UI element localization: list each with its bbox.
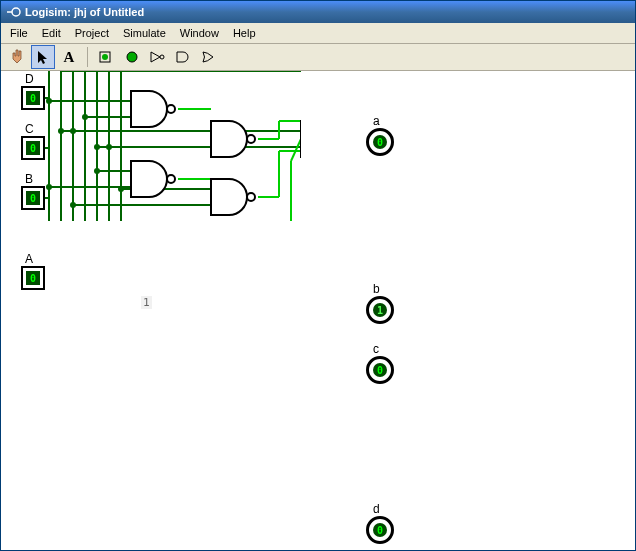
- svg-point-1: [102, 54, 108, 60]
- toolbar: A: [1, 44, 635, 71]
- not-gate-button[interactable]: [146, 45, 170, 69]
- output-pin-d[interactable]: 0: [366, 516, 394, 544]
- arrow-icon: [35, 49, 51, 65]
- svg-point-34: [58, 128, 64, 134]
- input-pin-icon: [98, 49, 114, 65]
- text-tool-button[interactable]: A: [57, 45, 81, 69]
- output-pin-c[interactable]: 0: [366, 356, 394, 384]
- input-label-B: B: [25, 172, 33, 186]
- or-gate-button[interactable]: [198, 45, 222, 69]
- output-pin-button[interactable]: [120, 45, 144, 69]
- canvas[interactable]: D0C0B0A0a0b1c0d01: [1, 71, 635, 550]
- svg-point-27: [46, 184, 52, 190]
- input-pin-value: 0: [26, 271, 40, 285]
- menu-file[interactable]: File: [3, 25, 35, 41]
- output-pin-value: 0: [373, 523, 387, 537]
- output-label-c: c: [373, 342, 379, 356]
- menu-simulate[interactable]: Simulate: [116, 25, 173, 41]
- constant-1[interactable]: 1: [141, 296, 152, 309]
- output-label-b: b: [373, 282, 380, 296]
- or-gate-icon: [201, 49, 219, 65]
- select-tool-button[interactable]: [31, 45, 55, 69]
- svg-point-18: [46, 98, 52, 104]
- svg-point-31: [70, 202, 76, 208]
- and-gate-button[interactable]: [172, 45, 196, 69]
- svg-point-100: [167, 105, 175, 113]
- svg-point-102: [167, 175, 175, 183]
- input-label-A: A: [25, 252, 33, 266]
- svg-point-101: [247, 135, 255, 143]
- input-pin-button[interactable]: [94, 45, 118, 69]
- svg-point-19: [82, 114, 88, 120]
- poke-tool-button[interactable]: [5, 45, 29, 69]
- svg-point-35: [94, 144, 100, 150]
- app-icon: [5, 4, 21, 20]
- input-pin-A[interactable]: 0: [21, 266, 45, 290]
- output-pin-value: 0: [373, 135, 387, 149]
- input-pin-value: 0: [26, 91, 40, 105]
- output-label-a: a: [373, 114, 380, 128]
- menu-project[interactable]: Project: [68, 25, 116, 41]
- svg-point-103: [247, 193, 255, 201]
- svg-point-26: [94, 168, 100, 174]
- menu-help[interactable]: Help: [226, 25, 263, 41]
- input-label-D: D: [25, 72, 34, 86]
- output-pin-value: 1: [373, 303, 387, 317]
- hand-icon: [9, 49, 25, 65]
- input-pin-B[interactable]: 0: [21, 186, 45, 210]
- toolbar-separator: [87, 47, 88, 67]
- input-pin-C[interactable]: 0: [21, 136, 45, 160]
- not-gate-icon: [149, 49, 167, 65]
- schematic: [1, 71, 301, 221]
- output-label-d: d: [373, 502, 380, 516]
- input-label-C: C: [25, 122, 34, 136]
- input-pin-D[interactable]: 0: [21, 86, 45, 110]
- output-pin-b[interactable]: 1: [366, 296, 394, 324]
- menu-edit[interactable]: Edit: [35, 25, 68, 41]
- svg-point-30: [118, 186, 124, 192]
- output-pin-icon: [124, 49, 140, 65]
- svg-point-2: [127, 52, 137, 62]
- menu-window[interactable]: Window: [173, 25, 226, 41]
- output-pin-value: 0: [373, 363, 387, 377]
- and-gate-icon: [175, 49, 193, 65]
- input-pin-value: 0: [26, 141, 40, 155]
- menu-bar: File Edit Project Simulate Window Help: [1, 23, 635, 44]
- text-icon: A: [64, 49, 75, 66]
- input-pin-value: 0: [26, 191, 40, 205]
- window-title: Logisim: jhj of Untitled: [25, 6, 144, 18]
- output-pin-a[interactable]: 0: [366, 128, 394, 156]
- title-bar: Logisim: jhj of Untitled: [1, 1, 635, 23]
